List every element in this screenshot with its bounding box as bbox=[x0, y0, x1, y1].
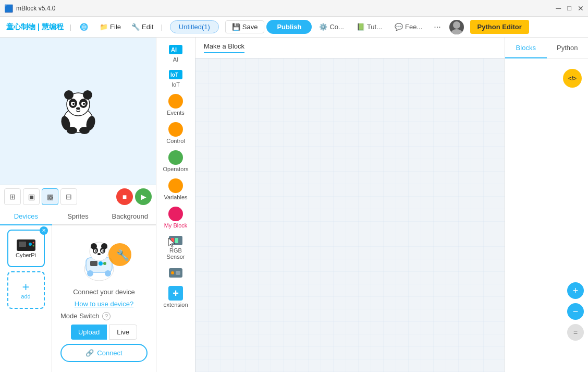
right-tabs: Blocks Python bbox=[505, 38, 588, 58]
python-editor-button[interactable]: Python Editor bbox=[470, 20, 529, 34]
code-toggle-label: </> bbox=[568, 75, 577, 81]
device-name: CyberPi bbox=[16, 252, 36, 258]
svg-point-27 bbox=[87, 270, 93, 277]
category-operators[interactable]: Operators bbox=[158, 148, 193, 174]
category-variables[interactable]: Variables bbox=[158, 176, 193, 202]
connect-btn-label: Connect bbox=[97, 349, 122, 357]
device-remove-button[interactable]: ✕ bbox=[40, 226, 48, 235]
svg-text:AI: AI bbox=[171, 46, 177, 53]
globe-button[interactable]: 🌐 bbox=[75, 21, 93, 33]
svg-rect-52 bbox=[176, 271, 180, 275]
minimize-icon[interactable]: ─ bbox=[556, 4, 561, 13]
project-title-field[interactable]: Untitled(1) bbox=[170, 20, 219, 33]
tab-sprites[interactable]: Sprites bbox=[52, 208, 104, 225]
cursor-icon bbox=[167, 237, 178, 249]
svg-point-21 bbox=[32, 245, 34, 246]
extra-device-icon bbox=[168, 266, 183, 280]
svg-point-20 bbox=[32, 242, 34, 243]
live-mode-button[interactable]: Live bbox=[109, 325, 137, 340]
zoom-out-button[interactable]: − bbox=[567, 303, 584, 320]
panel-tabs: Devices Sprites Background bbox=[0, 208, 156, 225]
block-sidebar: AI AI IoT IoT Events Control bbox=[156, 38, 195, 372]
tab-python[interactable]: Python bbox=[547, 38, 589, 58]
main-area: ⊞ ▣ ▩ ⊟ ■ ▶ Devices Sprites Background bbox=[0, 38, 588, 372]
code-canvas[interactable] bbox=[195, 58, 505, 372]
stage-controls: ⊞ ▣ ▩ ⊟ ■ ▶ bbox=[0, 185, 156, 208]
live-label: Live bbox=[117, 328, 129, 336]
help-icon: ? bbox=[105, 313, 108, 319]
svg-rect-24 bbox=[90, 261, 97, 266]
maximize-icon[interactable]: □ bbox=[567, 4, 571, 12]
category-rgb-sensor[interactable]: RGB Sensor bbox=[158, 233, 193, 262]
variables-label: Variables bbox=[164, 194, 187, 200]
publish-button[interactable]: Publish bbox=[266, 20, 312, 34]
connect-menu[interactable]: ⚙️ Co... bbox=[314, 21, 349, 33]
tab-background[interactable]: Background bbox=[104, 208, 156, 225]
mode-switch-row: Mode Switch ? bbox=[60, 312, 148, 320]
stop-button[interactable]: ■ bbox=[116, 188, 133, 205]
svg-point-25 bbox=[99, 261, 103, 266]
svg-point-11 bbox=[83, 103, 85, 105]
svg-marker-49 bbox=[168, 238, 175, 247]
app-icon: 🟦 bbox=[4, 4, 13, 13]
zoom-in-button[interactable]: + bbox=[567, 282, 584, 299]
layout-code-button[interactable]: ▩ bbox=[42, 188, 58, 205]
devices-tab-label: Devices bbox=[14, 212, 38, 220]
svg-point-26 bbox=[103, 262, 106, 265]
user-avatar[interactable] bbox=[449, 20, 464, 34]
ai-icon: AI bbox=[168, 44, 183, 55]
save-button[interactable]: 💾 Save bbox=[225, 20, 265, 33]
category-extra[interactable] bbox=[158, 264, 193, 282]
save-label: Save bbox=[242, 23, 258, 31]
publish-label: Publish bbox=[277, 23, 301, 31]
add-icon: + bbox=[22, 281, 29, 293]
logo: 童心制物 | 慧编程 bbox=[6, 22, 64, 32]
add-label: add bbox=[21, 293, 30, 299]
more-button[interactable]: ··· bbox=[430, 20, 445, 34]
connect-button[interactable]: 🔗 Connect bbox=[60, 344, 148, 362]
category-control[interactable]: Control bbox=[158, 120, 193, 146]
panda-sprite bbox=[57, 88, 99, 135]
category-my-block[interactable]: My Block bbox=[158, 205, 193, 231]
code-toggle-button[interactable]: </> bbox=[563, 69, 582, 88]
chat-icon: 💬 bbox=[395, 23, 403, 31]
layout-expand-button[interactable]: ⊞ bbox=[4, 188, 21, 205]
file-menu[interactable]: 📁 File bbox=[95, 21, 125, 33]
layout-grid-button[interactable]: ⊟ bbox=[60, 188, 77, 205]
play-button[interactable]: ▶ bbox=[135, 188, 152, 205]
play-icon: ▶ bbox=[141, 193, 146, 201]
layout-split-button[interactable]: ▣ bbox=[23, 188, 40, 205]
how-to-link[interactable]: How to use device? bbox=[75, 300, 133, 308]
device-info: 🔧 Connect your device How to use device?… bbox=[52, 225, 156, 373]
category-extension[interactable]: + extension bbox=[158, 284, 193, 310]
feedback-menu[interactable]: 💬 Fee... bbox=[389, 21, 427, 33]
svg-point-28 bbox=[105, 270, 111, 277]
project-name: Untitled(1) bbox=[179, 23, 210, 31]
mode-switch-help[interactable]: ? bbox=[102, 312, 111, 320]
python-tab-label: Python bbox=[557, 44, 578, 52]
zoom-reset-button[interactable]: = bbox=[567, 324, 584, 341]
connect-icon: ⚙️ bbox=[319, 23, 327, 31]
edit-label: Edit bbox=[142, 23, 153, 31]
variables-dot bbox=[168, 178, 183, 193]
titlebar: 🟦 mBlock v5.4.0 ─ □ ✕ bbox=[0, 0, 588, 17]
category-ai[interactable]: AI AI bbox=[158, 42, 193, 65]
zoom-reset-icon: = bbox=[573, 328, 578, 337]
device-card-cyberpi[interactable]: ✕ CyberPi bbox=[7, 230, 45, 267]
tab-blocks[interactable]: Blocks bbox=[505, 38, 547, 58]
book-icon: 📗 bbox=[357, 23, 365, 31]
save-icon: 💾 bbox=[232, 23, 240, 31]
tutorial-menu[interactable]: 📗 Tut... bbox=[351, 21, 387, 33]
svg-point-12 bbox=[76, 107, 80, 110]
category-events[interactable]: Events bbox=[158, 92, 193, 118]
connect-label: Co... bbox=[329, 23, 344, 31]
close-icon[interactable]: ✕ bbox=[578, 4, 584, 13]
category-iot[interactable]: IoT IoT bbox=[158, 67, 193, 90]
coding-area: Make a Block bbox=[195, 38, 505, 372]
tab-devices[interactable]: Devices bbox=[0, 208, 52, 225]
upload-mode-button[interactable]: Upload bbox=[71, 325, 107, 340]
add-device-button[interactable]: + add bbox=[7, 271, 45, 309]
left-bottom: ✕ CyberPi + add bbox=[0, 225, 156, 373]
globe-icon: 🌐 bbox=[80, 23, 88, 31]
edit-menu[interactable]: 🔧 Edit bbox=[127, 21, 157, 33]
